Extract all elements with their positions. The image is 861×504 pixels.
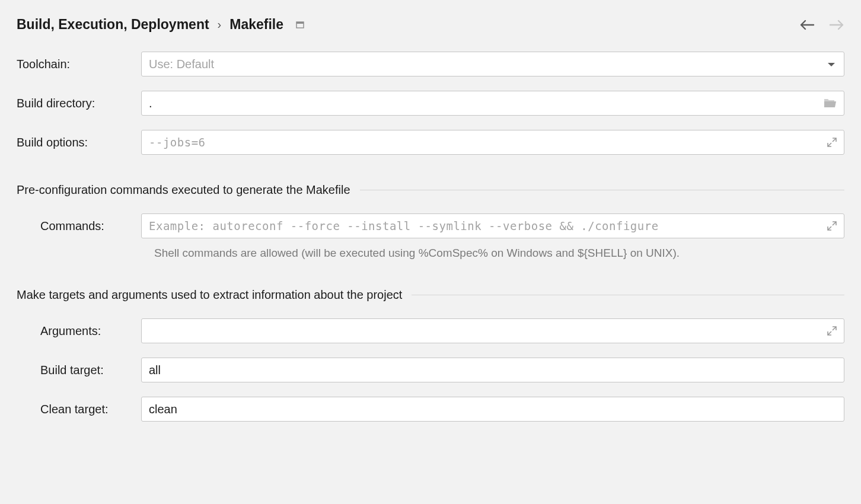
expand-icon[interactable]: [820, 221, 844, 231]
arguments-field[interactable]: [141, 318, 844, 343]
build-directory-field[interactable]: [141, 91, 844, 116]
build-options-label: Build options:: [17, 136, 141, 149]
build-directory-label: Build directory:: [17, 97, 141, 110]
section-divider: [412, 295, 844, 295]
commands-help-text: Shell commands are allowed (will be exec…: [154, 247, 844, 260]
commands-field[interactable]: [141, 213, 844, 238]
targets-section-title: Make targets and arguments used to extra…: [17, 288, 402, 302]
breadcrumb-separator: ›: [218, 18, 222, 31]
build-target-input[interactable]: [142, 358, 844, 382]
section-divider: [360, 190, 844, 190]
breadcrumb: Build, Execution, Deployment › Makefile: [17, 17, 305, 33]
expand-icon[interactable]: [820, 326, 844, 336]
commands-label: Commands:: [17, 219, 141, 233]
settings-header: Build, Execution, Deployment › Makefile: [17, 17, 844, 33]
build-target-label: Build target:: [17, 363, 141, 377]
expand-icon[interactable]: [820, 138, 844, 147]
arguments-input[interactable]: [142, 319, 820, 343]
toolchain-dropdown[interactable]: [141, 52, 844, 76]
breadcrumb-current: Makefile: [229, 17, 283, 33]
clean-target-field[interactable]: [141, 397, 844, 422]
nav-arrows: [799, 19, 844, 31]
preconfig-section-header: Pre-configuration commands executed to g…: [17, 183, 844, 197]
dropdown-caret-icon: [819, 58, 844, 71]
clean-target-input[interactable]: [142, 397, 844, 421]
build-target-field[interactable]: [141, 358, 844, 382]
nav-forward-button: [829, 19, 844, 31]
commands-input[interactable]: [142, 214, 820, 238]
svg-rect-1: [296, 22, 304, 24]
nav-back-button[interactable]: [799, 19, 815, 31]
preconfig-section-title: Pre-configuration commands executed to g…: [17, 183, 350, 197]
clean-target-label: Clean target:: [17, 403, 141, 416]
build-options-field[interactable]: [141, 130, 844, 155]
browse-folder-icon[interactable]: [817, 98, 844, 109]
project-scope-icon: [295, 20, 305, 30]
arguments-label: Arguments:: [17, 324, 141, 338]
toolchain-value[interactable]: [142, 52, 819, 76]
breadcrumb-parent[interactable]: Build, Execution, Deployment: [17, 17, 209, 33]
build-directory-input[interactable]: [142, 91, 817, 115]
toolchain-label: Toolchain:: [17, 58, 141, 71]
targets-section-header: Make targets and arguments used to extra…: [17, 288, 844, 302]
build-options-input[interactable]: [142, 130, 820, 154]
